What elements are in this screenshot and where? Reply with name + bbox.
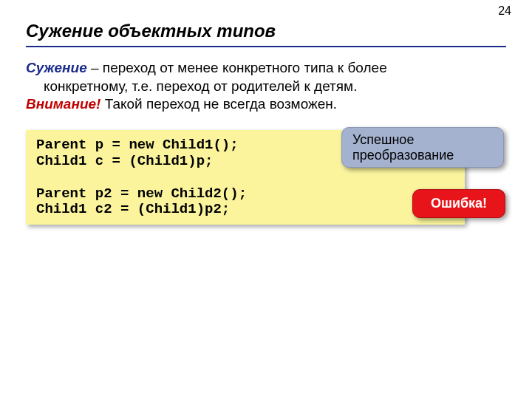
code-line-4: Parent p2 = new Child2(); <box>36 185 247 202</box>
slide: 24 Сужение объектных типов Сужение – пер… <box>0 0 532 399</box>
body-line-2: Внимание! Такой переход не всегда возмож… <box>26 95 506 114</box>
slide-title: Сужение объектных типов <box>26 21 506 47</box>
callout-error: Ошибка! <box>412 189 505 218</box>
callout-success: Успешное преобразование <box>341 127 504 168</box>
code-line-1: Parent p = new Child1(); <box>36 137 239 153</box>
term-highlight: Сужение <box>26 60 87 75</box>
body-line-1: Сужение – переход от менее конкретного т… <box>26 59 506 78</box>
warning-label: Внимание! <box>26 96 100 112</box>
warning-rest: Такой переход не всегда возможен. <box>100 96 337 112</box>
body-text: Сужение – переход от менее конкретного т… <box>26 59 506 114</box>
code-line-5: Child1 c2 = (Child1)p2; <box>36 201 230 217</box>
page-number: 24 <box>498 4 511 18</box>
body-line-1-rest: – переход от менее конкретного типа к бо… <box>87 60 387 75</box>
code-line-2: Child1 c = (Child1)p; <box>36 153 213 169</box>
body-line-1-cont: конкретному, т.е. переход от родителей к… <box>44 78 506 96</box>
